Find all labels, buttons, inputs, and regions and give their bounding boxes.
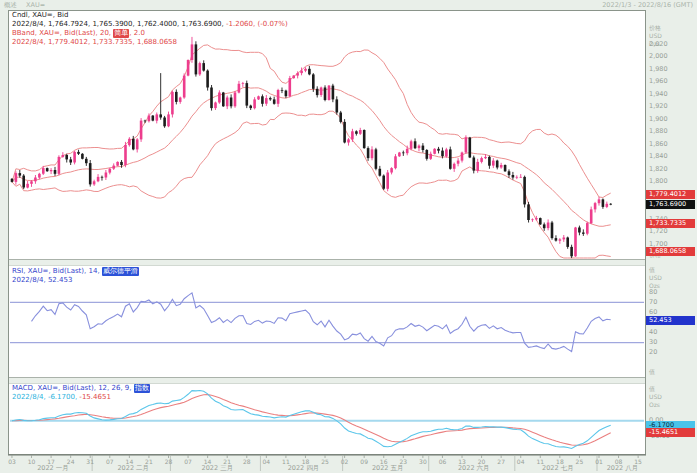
date-range-label: 2022/1/3 - 2022/8/16 (GMT) — [602, 1, 693, 10]
date-axis-area[interactable] — [8, 455, 646, 473]
rsi-chart-area[interactable] — [9, 266, 645, 377]
window-tab-label[interactable]: 概述 — [4, 1, 17, 10]
chart-window: { "header": { "tab_label": "概述", "symbol… — [0, 0, 697, 473]
price-axis-area[interactable] — [646, 10, 697, 455]
macd-chart-area[interactable] — [9, 384, 645, 455]
window-symbol-label: XAU= — [26, 1, 45, 10]
panel-divider-2[interactable] — [9, 377, 645, 384]
panel-divider-1[interactable] — [9, 259, 645, 266]
price-chart-area[interactable] — [9, 11, 645, 259]
